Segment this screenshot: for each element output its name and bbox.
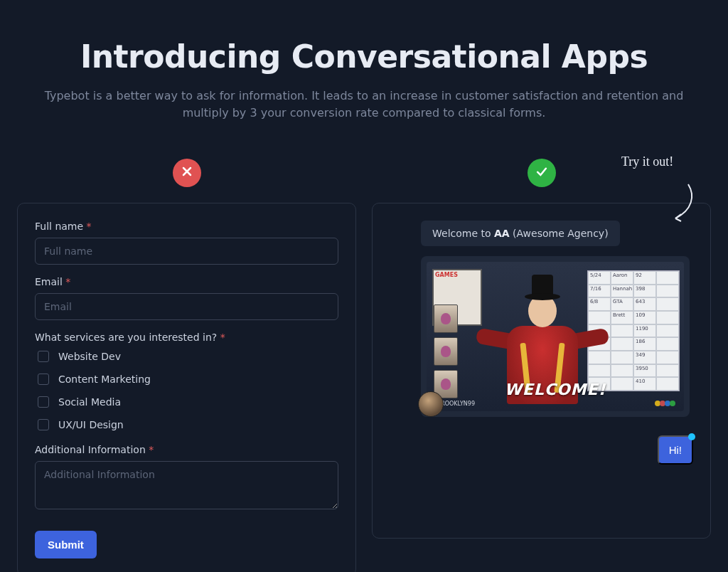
additional-textarea[interactable]	[35, 461, 338, 509]
email-label: Email *	[35, 276, 338, 287]
reply-row: Hi!	[421, 435, 693, 465]
welcome-bubble: Welcome to AA (Awesome Agency)	[421, 221, 620, 246]
svg-point-2	[665, 401, 670, 406]
chat-thread: Welcome to AA (Awesome Agency) GAMES	[390, 221, 693, 465]
checkbox-row[interactable]: Content Marketing	[35, 371, 338, 387]
svg-point-3	[670, 401, 675, 406]
headshot-icon	[434, 337, 458, 366]
checkbox-label: Social Media	[58, 396, 121, 408]
svg-point-1	[660, 401, 665, 406]
fullname-label: Full name *	[35, 221, 338, 232]
welcome-gif: GAMES 5/24Aaron92 7/16Hannah398 6/8GTA	[427, 262, 684, 411]
svg-point-0	[655, 401, 660, 406]
check-icon	[535, 164, 549, 181]
checkbox-row[interactable]: Website Dev	[35, 349, 338, 364]
try-it-out-note: Try it out!	[621, 154, 714, 169]
badge-positive	[528, 159, 556, 187]
form-panel: Full name * Email * What services are yo…	[17, 203, 356, 572]
page: Introducing Conversational Apps Typebot …	[0, 0, 728, 572]
required-mark: *	[65, 276, 70, 287]
checkbox-label: UX/UI Design	[58, 419, 124, 430]
required-mark: *	[220, 332, 225, 343]
checkbox-row[interactable]: Social Media	[35, 394, 338, 410]
fullname-input[interactable]	[35, 238, 338, 265]
page-subtitle: Typebot is a better way to ask for infor…	[23, 88, 705, 122]
chat-panel: Welcome to AA (Awesome Agency) GAMES	[372, 203, 711, 539]
bot-avatar	[418, 391, 444, 417]
gif-headshots	[434, 304, 458, 398]
headshot-icon	[434, 304, 458, 333]
col-form: Full name * Email * What services are yo…	[17, 159, 356, 572]
gif-bubble: GAMES 5/24Aaron92 7/16Hannah398 6/8GTA	[421, 256, 690, 417]
col-chat: Try it out! Welcome to AA (Awesome Agenc…	[372, 159, 711, 572]
additional-label: Additional Information *	[35, 444, 338, 455]
badge-negative	[173, 159, 201, 187]
required-mark: *	[87, 221, 92, 232]
checkbox-label: Content Marketing	[58, 374, 151, 385]
x-icon	[180, 164, 194, 181]
submit-button[interactable]: Submit	[35, 531, 97, 558]
checkbox[interactable]	[38, 351, 49, 362]
checkbox[interactable]	[38, 374, 49, 385]
quick-reply-button[interactable]: Hi!	[658, 435, 693, 465]
comparison-columns: Full name * Email * What services are yo…	[17, 159, 711, 572]
services-label: What services are you interested in? *	[35, 332, 338, 343]
checkbox[interactable]	[38, 396, 49, 408]
gif-network-logo	[654, 397, 678, 407]
checkbox-label: Website Dev	[58, 351, 121, 362]
required-mark: *	[149, 444, 154, 455]
checkbox[interactable]	[38, 419, 49, 430]
arrow-icon	[667, 181, 702, 224]
checkbox-row[interactable]: UX/UI Design	[35, 417, 338, 433]
gif-caption: WELCOME!	[504, 381, 606, 398]
page-title: Introducing Conversational Apps	[17, 38, 711, 75]
email-input[interactable]	[35, 293, 338, 320]
services-options: Website Dev Content Marketing Social Med…	[35, 349, 338, 433]
